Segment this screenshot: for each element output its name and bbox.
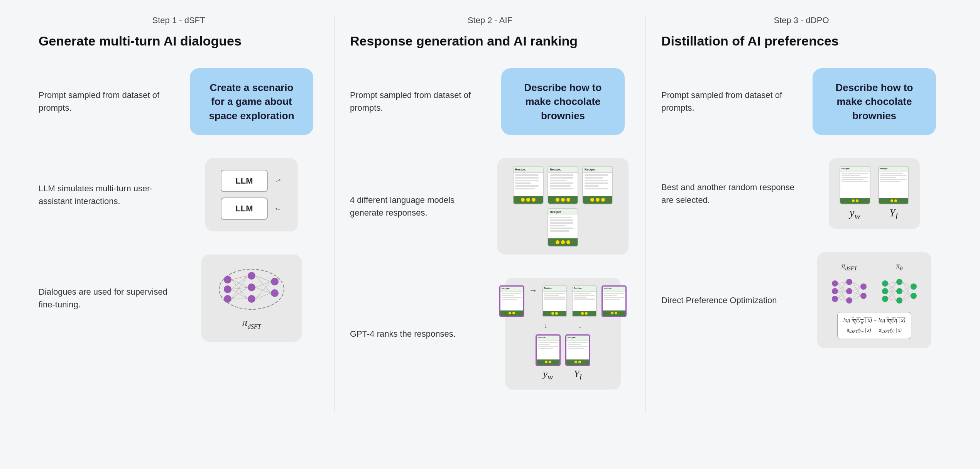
dot-btn: [561, 240, 565, 244]
small-dot: [585, 312, 588, 315]
dot-btn: [590, 198, 594, 202]
recipe-line: [550, 188, 573, 189]
recipe-card-2: Recipe:: [547, 166, 578, 204]
recipe-line: [550, 217, 572, 218]
small-dot: [549, 361, 551, 363]
yw-label-ddpo: yw: [850, 207, 860, 221]
step-label-ddpo: Step 3 - dDPO: [661, 15, 941, 25]
recipe-line: [550, 219, 573, 221]
recipe-line: [585, 180, 608, 181]
ranked-card-yw: Recipe:: [536, 334, 561, 366]
dot-btn: [556, 240, 559, 244]
svg-point-1: [224, 276, 231, 283]
prompt-bubble-ddpo: Describe how to make chocolate brownies: [813, 68, 936, 135]
recipe-card-3: Recipe:: [582, 166, 613, 204]
small-lines: [500, 292, 523, 310]
svg-point-7: [271, 278, 279, 285]
recipe-line: [515, 188, 535, 189]
neural-dsft-container: πdSFT: [201, 255, 302, 342]
recipe-lines-1: [514, 173, 543, 196]
text-ddpo-best: Best and another random response are sel…: [661, 181, 796, 206]
pi-theta-label: πθ: [896, 261, 903, 272]
small-line: [538, 348, 553, 349]
row-aif-prompt: Prompt sampled from dataset of prompts. …: [350, 68, 630, 135]
visual-dsft-neural: πdSFT: [184, 255, 319, 342]
row-ddpo-dpo: Direct Preference Optimization πdSFT: [661, 252, 941, 349]
recipe-line: [585, 177, 603, 179]
best-card-yl: Recipe:: [878, 166, 909, 204]
small-header: Recipe:: [543, 286, 566, 292]
text-dsft-llm: LLM simulates multi-turn user-assistant …: [39, 182, 173, 208]
row-dsft-neural: Dialogues are used for supervised fine-t…: [39, 255, 319, 342]
small-line: [574, 295, 595, 296]
small-line: [880, 175, 907, 176]
svg-point-26: [832, 296, 838, 302]
recipe-line: [550, 182, 573, 184]
svg-point-28: [846, 288, 852, 294]
ranked-card-yl: Recipe:: [565, 334, 590, 366]
yl-label-ddpo: Yl: [889, 207, 898, 221]
small-line: [502, 293, 522, 294]
dot-btn: [566, 198, 570, 202]
ranked-card-highlighted-4: Recipe:: [602, 285, 627, 317]
svg-point-53: [911, 283, 917, 290]
small-line: [544, 295, 559, 296]
visual-dsft-prompt: Create a scenario for a game about space…: [184, 68, 319, 135]
svg-point-50: [896, 279, 902, 285]
recipe-line: [515, 174, 539, 176]
small-line: [502, 297, 522, 298]
recipe-header-3: Recipe:: [583, 167, 612, 173]
visual-aif-recipes: Recipe:: [496, 158, 630, 255]
svg-point-24: [832, 280, 838, 287]
svg-point-27: [846, 279, 852, 285]
small-line: [544, 297, 565, 298]
step-label-aif: Step 2 - AIF: [350, 15, 630, 25]
visual-aif-ranking: Recipe: →: [496, 278, 630, 390]
dot-btn: [526, 198, 530, 202]
small-header: Recipe:: [879, 167, 908, 172]
text-aif-prompt: Prompt sampled from dataset of prompts.: [350, 89, 484, 114]
text-aif-recipes: 4 different language models generate res…: [350, 194, 484, 219]
small-line: [880, 173, 903, 174]
row-aif-ranking: GPT-4 ranks the responses. Recipe:: [350, 278, 630, 390]
visual-dsft-llm: LLM LLM → ←: [184, 158, 319, 231]
dot-btn: [566, 240, 570, 244]
row-ddpo-best: Best and another random response are sel…: [661, 158, 941, 229]
small-dot: [509, 312, 511, 314]
small-header: Recipe:: [840, 167, 870, 172]
dot-btn: [532, 198, 536, 202]
recipe-line: [515, 177, 539, 179]
small-lines: [840, 172, 870, 198]
svg-line-14: [231, 289, 248, 299]
row-dsft-prompt: Prompt sampled from dataset of prompts. …: [39, 68, 319, 135]
small-footer: [573, 311, 596, 316]
recipe-line: [585, 185, 599, 187]
best-yl-wrap: Recipe:: [878, 166, 909, 221]
svg-point-31: [860, 293, 867, 299]
recipe-line: [515, 185, 539, 187]
dpo-net-dsft-svg: [828, 276, 870, 307]
text-ddpo-dpo: Direct Preference Optimization: [661, 294, 796, 307]
dot-btn: [596, 198, 600, 202]
best-random-container: Recipe:: [829, 158, 920, 229]
small-line: [880, 181, 901, 182]
small-header: Recipe:: [573, 286, 596, 292]
llm-container: LLM LLM → ←: [205, 158, 297, 231]
svg-point-30: [860, 283, 867, 290]
small-lines: [566, 341, 589, 359]
recipe-footer-4: [548, 238, 578, 246]
svg-point-25: [832, 288, 838, 294]
small-line: [544, 293, 565, 294]
recipe-line: [515, 180, 539, 181]
recipe-header-2: Recipe:: [548, 167, 578, 173]
small-footer: [603, 310, 625, 316]
recipe-line: [550, 222, 573, 224]
recipe-line: [585, 188, 608, 189]
visual-ddpo-dpo: πdSFT: [807, 252, 941, 349]
arrow-down-1: ↓: [544, 322, 547, 330]
row-aif-recipes: 4 different language models generate res…: [350, 158, 630, 255]
small-line: [841, 177, 868, 178]
small-line: [604, 297, 624, 298]
small-line: [604, 293, 624, 294]
small-dot: [578, 361, 581, 363]
